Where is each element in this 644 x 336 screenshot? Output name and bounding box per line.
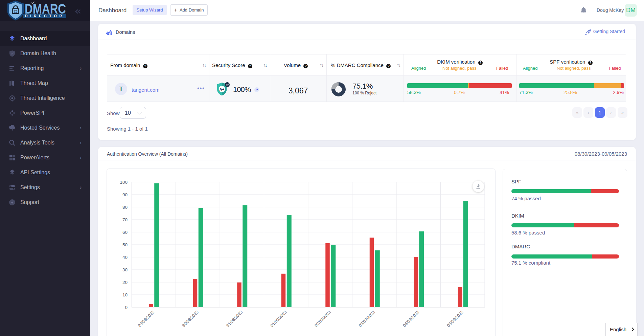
svg-text:40: 40	[122, 255, 128, 260]
svg-text:80: 80	[122, 205, 128, 210]
svg-text:31/08/2023: 31/08/2023	[225, 310, 244, 328]
svg-text:DMARC: DMARC	[25, 1, 66, 16]
svg-text:05/09/2023: 05/09/2023	[446, 310, 464, 328]
svg-text:100: 100	[120, 180, 128, 185]
svg-text:70: 70	[122, 217, 128, 222]
svg-text:60: 60	[122, 230, 128, 235]
svg-text:02/09/2023: 02/09/2023	[314, 310, 332, 328]
svg-text:03/09/2023: 03/09/2023	[358, 310, 376, 328]
svg-text:30: 30	[122, 267, 128, 272]
svg-text:@: @	[14, 9, 18, 13]
svg-text:29/08/2023: 29/08/2023	[137, 310, 155, 328]
svg-text:04/09/2023: 04/09/2023	[402, 310, 420, 328]
svg-text:01/09/2023: 01/09/2023	[270, 310, 288, 328]
svg-text:A+: A+	[220, 87, 224, 91]
svg-text:10: 10	[122, 292, 128, 297]
svg-text:90: 90	[122, 192, 128, 197]
svg-text:50: 50	[122, 242, 128, 247]
svg-text:0: 0	[125, 305, 128, 310]
svg-text:20: 20	[122, 280, 128, 285]
svg-text:30/08/2023: 30/08/2023	[181, 310, 200, 328]
